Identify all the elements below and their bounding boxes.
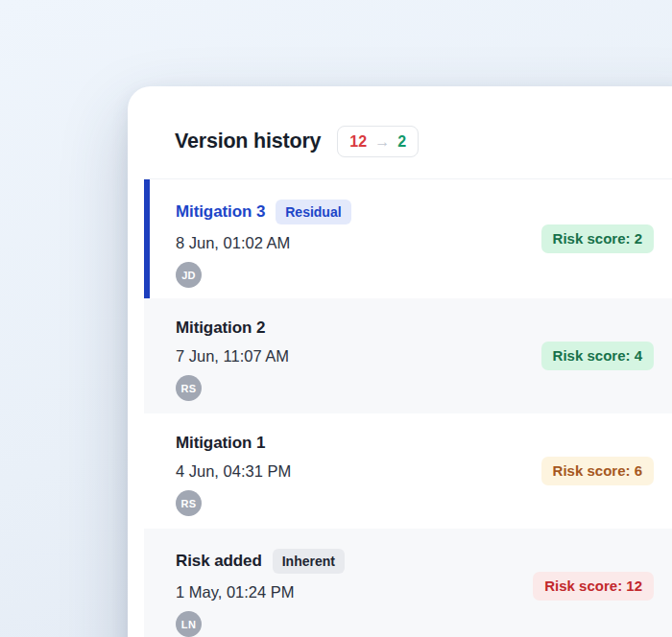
- version-list: Mitigation 3 Residual 8 Jun, 01:02 AM JD…: [144, 178, 672, 637]
- avatar: JD: [176, 262, 202, 288]
- risk-score-badge: Risk score: 6: [541, 457, 654, 485]
- version-row-risk-added[interactable]: Risk added Inherent 1 May, 01:24 PM LN R…: [144, 529, 672, 637]
- row-title-line: Risk added Inherent: [176, 549, 654, 574]
- version-row-mitigation-2[interactable]: Mitigation 2 7 Jun, 11:07 AM RS Risk sco…: [144, 298, 672, 413]
- version-title: Mitigation 1: [176, 434, 265, 453]
- risk-score-badge: Risk score: 12: [533, 572, 654, 601]
- inherent-tag: Inherent: [273, 549, 345, 574]
- version-title: Mitigation 2: [176, 318, 265, 338]
- panel-header: Version history 12 → 2: [128, 86, 672, 178]
- avatar: RS: [176, 490, 202, 516]
- arrow-right-icon: →: [374, 131, 390, 152]
- version-title: Mitigation 3: [176, 202, 265, 222]
- risk-change-badge: 12 → 2: [337, 126, 419, 157]
- row-title-line: Mitigation 2: [176, 318, 654, 338]
- version-row-mitigation-3[interactable]: Mitigation 3 Residual 8 Jun, 01:02 AM JD…: [144, 179, 672, 298]
- version-row-mitigation-1[interactable]: Mitigation 1 4 Jun, 04:31 PM RS Risk sco…: [144, 413, 672, 529]
- risk-change-to: 2: [397, 131, 406, 152]
- avatar: RS: [176, 375, 202, 401]
- risk-score-badge: Risk score: 4: [541, 342, 654, 370]
- risk-change-from: 12: [349, 131, 367, 152]
- version-title: Risk added: [176, 552, 262, 571]
- residual-tag: Residual: [276, 200, 350, 224]
- page-title: Version history: [175, 130, 321, 153]
- avatar: LN: [176, 611, 202, 637]
- row-title-line: Mitigation 3 Residual: [176, 200, 654, 224]
- risk-score-badge: Risk score: 2: [541, 224, 654, 253]
- version-history-panel: Version history 12 → 2 Mitigation 3 Resi…: [128, 86, 672, 637]
- row-title-line: Mitigation 1: [176, 434, 654, 453]
